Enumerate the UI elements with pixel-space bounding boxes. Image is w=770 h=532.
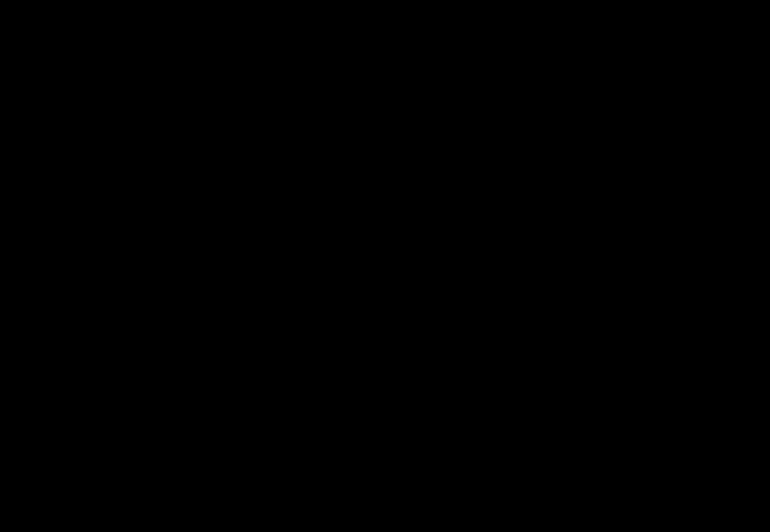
tplot-figure: [0, 0, 770, 532]
